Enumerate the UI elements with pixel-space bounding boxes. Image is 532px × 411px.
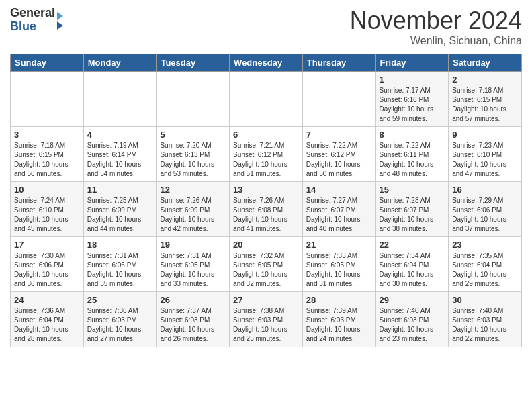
- day-number: 3: [14, 130, 80, 140]
- calendar-cell: 10Sunrise: 7:24 AM Sunset: 6:10 PM Dayli…: [11, 182, 84, 237]
- day-info: Sunrise: 7:30 AM Sunset: 6:06 PM Dayligh…: [14, 251, 80, 289]
- day-number: 8: [380, 130, 445, 140]
- day-info: Sunrise: 7:24 AM Sunset: 6:10 PM Dayligh…: [14, 196, 80, 234]
- page-header: General Blue November 2024 Wenlin, Sichu…: [10, 7, 522, 47]
- day-info: Sunrise: 7:17 AM Sunset: 6:16 PM Dayligh…: [380, 86, 445, 124]
- logo: General Blue: [10, 7, 63, 34]
- day-header-sunday: Sunday: [11, 54, 84, 72]
- page-container: General Blue November 2024 Wenlin, Sichu…: [0, 0, 532, 354]
- calendar-cell: 18Sunrise: 7:31 AM Sunset: 6:06 PM Dayli…: [83, 237, 157, 292]
- day-number: 16: [452, 185, 518, 195]
- day-number: 9: [452, 130, 518, 140]
- day-number: 29: [380, 295, 445, 305]
- calendar-cell: 12Sunrise: 7:26 AM Sunset: 6:09 PM Dayli…: [157, 182, 230, 237]
- calendar-week-1: 1Sunrise: 7:17 AM Sunset: 6:16 PM Daylig…: [11, 72, 522, 127]
- day-info: Sunrise: 7:37 AM Sunset: 6:03 PM Dayligh…: [160, 306, 226, 344]
- calendar-cell: 27Sunrise: 7:38 AM Sunset: 6:03 PM Dayli…: [230, 292, 303, 347]
- logo-line2: Blue: [10, 20, 55, 34]
- day-number: 28: [306, 295, 372, 305]
- calendar-cell: [11, 72, 84, 127]
- calendar-cell: 6Sunrise: 7:21 AM Sunset: 6:12 PM Daylig…: [230, 127, 303, 182]
- month-title: November 2024: [350, 7, 522, 35]
- calendar-cell: 2Sunrise: 7:18 AM Sunset: 6:15 PM Daylig…: [449, 72, 522, 127]
- day-info: Sunrise: 7:19 AM Sunset: 6:14 PM Dayligh…: [87, 141, 153, 179]
- calendar-cell: 20Sunrise: 7:32 AM Sunset: 6:05 PM Dayli…: [230, 237, 303, 292]
- day-info: Sunrise: 7:40 AM Sunset: 6:03 PM Dayligh…: [380, 306, 445, 344]
- day-info: Sunrise: 7:26 AM Sunset: 6:08 PM Dayligh…: [233, 196, 299, 234]
- calendar-cell: 25Sunrise: 7:36 AM Sunset: 6:03 PM Dayli…: [83, 292, 157, 347]
- day-number: 30: [452, 295, 518, 305]
- calendar-cell: 16Sunrise: 7:29 AM Sunset: 6:06 PM Dayli…: [449, 182, 522, 237]
- logo-line1: General: [10, 7, 55, 20]
- calendar-cell: 29Sunrise: 7:40 AM Sunset: 6:03 PM Dayli…: [375, 292, 449, 347]
- day-number: 19: [160, 240, 226, 250]
- day-number: 10: [14, 185, 80, 195]
- day-info: Sunrise: 7:23 AM Sunset: 6:10 PM Dayligh…: [452, 141, 518, 179]
- calendar-week-2: 3Sunrise: 7:18 AM Sunset: 6:15 PM Daylig…: [11, 127, 522, 182]
- day-number: 21: [306, 240, 372, 250]
- calendar-cell: [83, 72, 157, 127]
- day-header-wednesday: Wednesday: [230, 54, 303, 72]
- logo-text: General Blue: [10, 7, 55, 34]
- calendar-week-3: 10Sunrise: 7:24 AM Sunset: 6:10 PM Dayli…: [11, 182, 522, 237]
- day-header-thursday: Thursday: [302, 54, 375, 72]
- title-section: November 2024 Wenlin, Sichuan, China: [350, 7, 522, 47]
- day-number: 13: [233, 185, 299, 195]
- day-number: 4: [87, 130, 153, 140]
- day-number: 27: [233, 295, 299, 305]
- day-number: 25: [87, 295, 153, 305]
- calendar-cell: 28Sunrise: 7:39 AM Sunset: 6:03 PM Dayli…: [302, 292, 375, 347]
- day-info: Sunrise: 7:18 AM Sunset: 6:15 PM Dayligh…: [452, 86, 518, 124]
- calendar-cell: 1Sunrise: 7:17 AM Sunset: 6:16 PM Daylig…: [375, 72, 449, 127]
- day-info: Sunrise: 7:35 AM Sunset: 6:04 PM Dayligh…: [452, 251, 518, 289]
- day-info: Sunrise: 7:22 AM Sunset: 6:12 PM Dayligh…: [306, 141, 372, 179]
- day-info: Sunrise: 7:32 AM Sunset: 6:05 PM Dayligh…: [233, 251, 299, 289]
- day-info: Sunrise: 7:31 AM Sunset: 6:05 PM Dayligh…: [160, 251, 226, 289]
- day-header-friday: Friday: [375, 54, 449, 72]
- calendar-cell: 7Sunrise: 7:22 AM Sunset: 6:12 PM Daylig…: [302, 127, 375, 182]
- day-info: Sunrise: 7:20 AM Sunset: 6:13 PM Dayligh…: [160, 141, 226, 179]
- day-number: 2: [452, 75, 518, 85]
- day-number: 20: [233, 240, 299, 250]
- day-info: Sunrise: 7:27 AM Sunset: 6:07 PM Dayligh…: [306, 196, 372, 234]
- day-info: Sunrise: 7:26 AM Sunset: 6:09 PM Dayligh…: [160, 196, 226, 234]
- day-number: 18: [87, 240, 153, 250]
- calendar-cell: 14Sunrise: 7:27 AM Sunset: 6:07 PM Dayli…: [302, 182, 375, 237]
- calendar-cell: 19Sunrise: 7:31 AM Sunset: 6:05 PM Dayli…: [157, 237, 230, 292]
- day-info: Sunrise: 7:40 AM Sunset: 6:03 PM Dayligh…: [452, 306, 518, 344]
- day-number: 5: [160, 130, 226, 140]
- day-info: Sunrise: 7:18 AM Sunset: 6:15 PM Dayligh…: [14, 141, 80, 179]
- day-number: 15: [380, 185, 445, 195]
- location: Wenlin, Sichuan, China: [350, 35, 522, 47]
- calendar-cell: 8Sunrise: 7:22 AM Sunset: 6:11 PM Daylig…: [375, 127, 449, 182]
- day-info: Sunrise: 7:38 AM Sunset: 6:03 PM Dayligh…: [233, 306, 299, 344]
- day-number: 22: [380, 240, 445, 250]
- day-header-monday: Monday: [83, 54, 157, 72]
- day-number: 17: [14, 240, 80, 250]
- day-info: Sunrise: 7:28 AM Sunset: 6:07 PM Dayligh…: [380, 196, 445, 234]
- calendar-cell: 3Sunrise: 7:18 AM Sunset: 6:15 PM Daylig…: [11, 127, 84, 182]
- calendar-cell: [302, 72, 375, 127]
- calendar-cell: 22Sunrise: 7:34 AM Sunset: 6:04 PM Dayli…: [375, 237, 449, 292]
- day-info: Sunrise: 7:29 AM Sunset: 6:06 PM Dayligh…: [452, 196, 518, 234]
- calendar-week-5: 24Sunrise: 7:36 AM Sunset: 6:04 PM Dayli…: [11, 292, 522, 347]
- day-number: 23: [452, 240, 518, 250]
- calendar-cell: 23Sunrise: 7:35 AM Sunset: 6:04 PM Dayli…: [449, 237, 522, 292]
- calendar-cell: 13Sunrise: 7:26 AM Sunset: 6:08 PM Dayli…: [230, 182, 303, 237]
- day-number: 6: [233, 130, 299, 140]
- day-info: Sunrise: 7:34 AM Sunset: 6:04 PM Dayligh…: [380, 251, 445, 289]
- calendar-table: SundayMondayTuesdayWednesdayThursdayFrid…: [10, 54, 522, 347]
- calendar-header-row: SundayMondayTuesdayWednesdayThursdayFrid…: [11, 54, 522, 72]
- day-number: 1: [380, 75, 445, 85]
- calendar-cell: 17Sunrise: 7:30 AM Sunset: 6:06 PM Dayli…: [11, 237, 84, 292]
- day-info: Sunrise: 7:31 AM Sunset: 6:06 PM Dayligh…: [87, 251, 153, 289]
- calendar-cell: 24Sunrise: 7:36 AM Sunset: 6:04 PM Dayli…: [11, 292, 84, 347]
- calendar-cell: 4Sunrise: 7:19 AM Sunset: 6:14 PM Daylig…: [83, 127, 157, 182]
- day-number: 11: [87, 185, 153, 195]
- day-number: 7: [306, 130, 372, 140]
- calendar-cell: 26Sunrise: 7:37 AM Sunset: 6:03 PM Dayli…: [157, 292, 230, 347]
- day-number: 26: [160, 295, 226, 305]
- day-info: Sunrise: 7:36 AM Sunset: 6:04 PM Dayligh…: [14, 306, 80, 344]
- day-number: 14: [306, 185, 372, 195]
- calendar-cell: 15Sunrise: 7:28 AM Sunset: 6:07 PM Dayli…: [375, 182, 449, 237]
